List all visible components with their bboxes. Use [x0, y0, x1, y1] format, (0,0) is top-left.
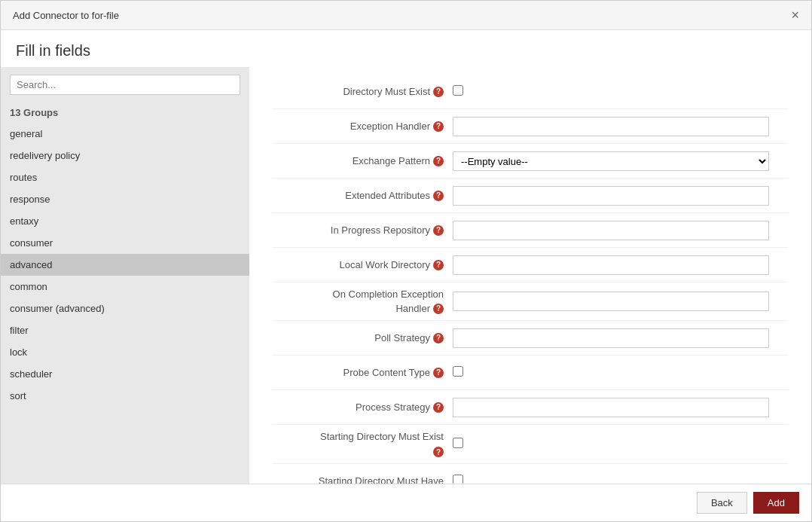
modal-header: Add Connector to for-file ×	[1, 1, 811, 30]
info-icon-local-work-directory: ?	[433, 260, 444, 270]
control-probe-content-type	[453, 366, 769, 379]
label-exchange-pattern: Exchange Pattern ?	[272, 155, 453, 166]
label-local-work-directory: Local Work Directory ?	[272, 259, 453, 270]
info-icon-extended-attributes: ?	[433, 191, 444, 201]
add-button[interactable]: Add	[753, 492, 799, 514]
content-area: 13 Groups general redelivery policy rout…	[1, 67, 811, 484]
label-directory-must-exist: Directory Must Exist ?	[272, 86, 453, 97]
info-icon-exception-handler: ?	[433, 121, 444, 132]
sidebar-item-consumer-advanced[interactable]: consumer (advanced)	[1, 298, 249, 319]
sidebar-item-general[interactable]: general	[1, 123, 249, 145]
search-input[interactable]	[10, 75, 240, 95]
input-extended-attributes[interactable]	[453, 186, 769, 206]
form-row-starting-directory-must-exist: Starting Directory Must Exist ?	[272, 425, 789, 464]
control-in-progress-repository	[453, 221, 769, 240]
input-poll-strategy[interactable]	[453, 328, 769, 348]
checkbox-starting-directory-must-have[interactable]	[453, 475, 463, 484]
checkbox-probe-content-type[interactable]	[453, 366, 463, 377]
control-extended-attributes	[453, 186, 769, 206]
modal-footer: Back Add	[1, 484, 811, 521]
sidebar-item-consumer[interactable]: consumer	[1, 232, 249, 254]
input-process-strategy[interactable]	[453, 398, 769, 417]
info-icon-in-progress-repository: ?	[433, 225, 444, 236]
info-icon-process-strategy: ?	[433, 402, 444, 413]
close-button[interactable]: ×	[791, 8, 799, 22]
sidebar-list: general redelivery policy routes respons…	[1, 123, 249, 484]
form-row-on-completion-exception-handler: On Completion Exception Handler ?	[272, 282, 789, 321]
info-icon-probe-content-type: ?	[433, 368, 444, 378]
form-row-exchange-pattern: Exchange Pattern ? --Empty value--	[272, 144, 789, 179]
label-starting-directory-must-exist: Starting Directory Must Exist ?	[272, 431, 453, 457]
form-row-local-work-directory: Local Work Directory ?	[272, 248, 789, 282]
sidebar-item-common[interactable]: common	[1, 276, 249, 298]
sidebar-item-lock[interactable]: lock	[1, 341, 249, 363]
sidebar-item-advanced[interactable]: advanced	[1, 254, 249, 276]
modal-container: Add Connector to for-file × Fill in fiel…	[0, 0, 812, 522]
control-starting-directory-must-exist	[453, 438, 769, 450]
form-row-probe-content-type: Probe Content Type ?	[272, 356, 789, 390]
form-row-starting-directory-must-have: Starting Directory Must Have	[272, 464, 789, 484]
label-exception-handler: Exception Handler ?	[272, 121, 453, 132]
control-local-work-directory	[453, 255, 769, 275]
checkbox-starting-directory-must-exist[interactable]	[453, 438, 463, 448]
modal-body: Fill in fields 13 Groups general redeliv…	[1, 30, 811, 484]
control-starting-directory-must-have	[453, 475, 769, 484]
sidebar-item-redelivery-policy[interactable]: redelivery policy	[1, 145, 249, 166]
control-exception-handler	[453, 117, 769, 136]
control-directory-must-exist	[453, 85, 769, 98]
input-on-completion-exception-handler[interactable]	[453, 292, 769, 311]
label-process-strategy: Process Strategy ?	[272, 401, 453, 413]
control-exchange-pattern: --Empty value--	[453, 151, 769, 171]
form-row-directory-must-exist: Directory Must Exist ?	[272, 75, 789, 109]
main-form-content: Directory Must Exist ? Exception Handler…	[249, 67, 811, 484]
label-poll-strategy: Poll Strategy ?	[272, 332, 453, 343]
input-local-work-directory[interactable]	[453, 255, 769, 275]
input-in-progress-repository[interactable]	[453, 221, 769, 240]
info-icon-exchange-pattern: ?	[433, 156, 444, 166]
form-row-exception-handler: Exception Handler ?	[272, 109, 789, 144]
form-row-process-strategy: Process Strategy ?	[272, 390, 789, 425]
sidebar-item-filter[interactable]: filter	[1, 319, 249, 341]
sidebar-item-routes[interactable]: routes	[1, 166, 249, 188]
page-title: Fill in fields	[1, 30, 811, 67]
info-icon-on-completion-exception-handler: ?	[433, 304, 444, 314]
form-row-poll-strategy: Poll Strategy ?	[272, 321, 789, 356]
info-icon-poll-strategy: ?	[433, 333, 444, 343]
form-row-extended-attributes: Extended Attributes ?	[272, 179, 789, 213]
info-icon-starting-directory-must-exist: ?	[433, 447, 444, 457]
label-on-completion-exception-handler: On Completion Exception Handler ?	[272, 288, 453, 314]
sidebar: 13 Groups general redelivery policy rout…	[1, 67, 249, 484]
control-poll-strategy	[453, 328, 769, 348]
back-button[interactable]: Back	[697, 492, 747, 514]
control-process-strategy	[453, 398, 769, 417]
groups-label: 13 Groups	[1, 102, 249, 123]
input-exception-handler[interactable]	[453, 117, 769, 136]
info-icon-directory-must-exist: ?	[433, 87, 444, 97]
sidebar-item-sort[interactable]: sort	[1, 385, 249, 407]
label-starting-directory-must-have: Starting Directory Must Have	[272, 475, 453, 484]
form-row-in-progress-repository: In Progress Repository ?	[272, 213, 789, 248]
sidebar-item-scheduler[interactable]: scheduler	[1, 363, 249, 385]
checkbox-directory-must-exist[interactable]	[453, 85, 463, 96]
control-on-completion-exception-handler	[453, 292, 769, 311]
label-probe-content-type: Probe Content Type ?	[272, 367, 453, 378]
sidebar-item-entaxy[interactable]: entaxy	[1, 210, 249, 232]
label-in-progress-repository: In Progress Repository ?	[272, 224, 453, 236]
label-extended-attributes: Extended Attributes ?	[272, 190, 453, 201]
select-exchange-pattern[interactable]: --Empty value--	[453, 151, 769, 171]
modal-title: Add Connector to for-file	[13, 10, 119, 21]
sidebar-item-response[interactable]: response	[1, 188, 249, 210]
